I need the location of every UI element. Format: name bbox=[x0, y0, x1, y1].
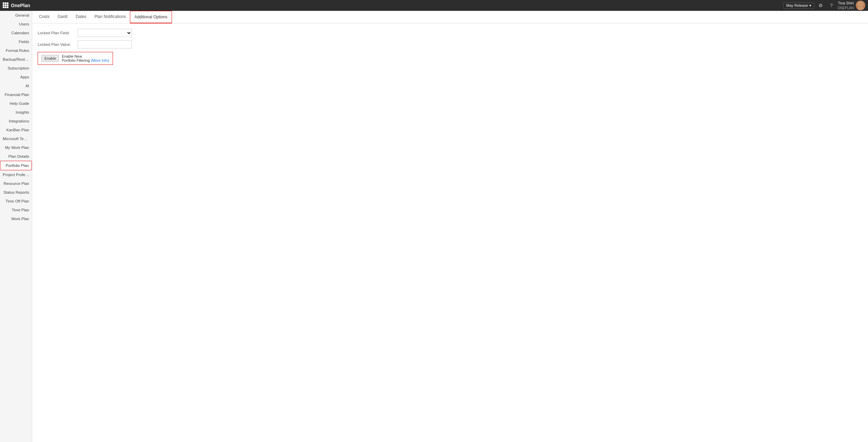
enable-text: Enable New Portfolio Filtering (More Inf… bbox=[62, 54, 109, 62]
sidebar-item-format-rules[interactable]: Format Rules bbox=[0, 46, 32, 55]
sidebar-item-users[interactable]: Users bbox=[0, 20, 32, 28]
sidebar-item-integrations[interactable]: Integrations bbox=[0, 117, 32, 126]
tab-bar: Costs Gantt Dates Plan Notifications Add… bbox=[32, 11, 868, 23]
sidebar-item-kanban-plan[interactable]: KanBan Plan bbox=[0, 126, 32, 134]
release-label: May Release bbox=[786, 3, 808, 7]
sidebar-item-time-plan[interactable]: Time Plan bbox=[0, 206, 32, 214]
topbar: OnePlan May Release ▾ ⚙ ? Tina Shirt ONE… bbox=[0, 0, 868, 11]
sidebar-item-status-reports[interactable]: Status Reports bbox=[0, 188, 32, 197]
content: Costs Gantt Dates Plan Notifications Add… bbox=[32, 11, 868, 442]
locked-plan-field-label: Locked Plan Field: bbox=[38, 31, 75, 35]
enable-new-text: Enable New bbox=[62, 54, 82, 58]
sidebar-item-resource-plan[interactable]: Resource Plan bbox=[0, 179, 32, 188]
avatar bbox=[856, 1, 865, 10]
sidebar-item-help-guide[interactable]: Help Guide bbox=[0, 99, 32, 108]
more-info-link[interactable]: (More Info) bbox=[91, 58, 109, 62]
help-button[interactable]: ? bbox=[827, 1, 836, 10]
dropdown-icon: ▾ bbox=[809, 3, 811, 8]
sidebar-item-calendars[interactable]: Calendars bbox=[0, 28, 32, 37]
sidebar-item-plan-details[interactable]: Plan Details bbox=[0, 152, 32, 161]
sidebar-item-insights[interactable]: Insights bbox=[0, 108, 32, 117]
form-content: Locked Plan Field: Locked Plan Value: En… bbox=[32, 23, 868, 442]
tab-additional-options[interactable]: Additional Options bbox=[130, 11, 172, 23]
locked-plan-field-select[interactable] bbox=[78, 29, 132, 37]
settings-icon: ⚙ bbox=[818, 3, 823, 8]
sidebar-item-fields[interactable]: Fields bbox=[0, 37, 32, 46]
sidebar-item-apps[interactable]: Apps bbox=[0, 73, 32, 81]
sidebar-item-my-work-plan[interactable]: My Work Plan bbox=[0, 143, 32, 152]
release-button[interactable]: May Release ▾ bbox=[783, 2, 814, 9]
main-layout: General Users Calendars Fields Format Ru… bbox=[0, 11, 868, 442]
topbar-right: May Release ▾ ⚙ ? Tina Shirt ONEPLAN bbox=[783, 1, 865, 10]
locked-plan-value-input[interactable] bbox=[78, 40, 132, 49]
sidebar-item-work-plan[interactable]: Work Plan bbox=[0, 214, 32, 223]
enable-portfolio-filtering-row: Enable Enable New Portfolio Filtering (M… bbox=[38, 52, 863, 65]
user-info: Tina Shirt ONEPLAN bbox=[837, 1, 865, 10]
app-name: OnePlan bbox=[11, 3, 30, 8]
enable-button[interactable]: Enable bbox=[41, 55, 59, 62]
sidebar-item-microsoft-teams[interactable]: Microsoft Teams bbox=[0, 134, 32, 143]
user-name: Tina Shirt bbox=[837, 1, 854, 5]
portfolio-filtering-text: Portfolio Filtering bbox=[62, 58, 90, 62]
tab-costs[interactable]: Costs bbox=[35, 11, 54, 23]
enable-portfolio-filtering-box: Enable Enable New Portfolio Filtering (M… bbox=[38, 52, 113, 65]
grid-icon bbox=[3, 2, 9, 8]
sidebar: General Users Calendars Fields Format Ru… bbox=[0, 11, 32, 442]
sidebar-item-financial-plan[interactable]: Financial Plan bbox=[0, 90, 32, 99]
topbar-left: OnePlan bbox=[3, 2, 30, 8]
sidebar-item-time-off-plan[interactable]: Time Off Plan bbox=[0, 197, 32, 206]
tab-plan-notifications[interactable]: Plan Notifications bbox=[90, 11, 130, 23]
tab-dates[interactable]: Dates bbox=[72, 11, 90, 23]
sidebar-item-project-professi[interactable]: Project Professi... bbox=[0, 170, 32, 179]
sidebar-item-backup-restore[interactable]: Backup/Restore bbox=[0, 55, 32, 64]
sidebar-item-general[interactable]: General bbox=[0, 11, 32, 20]
locked-plan-value-row: Locked Plan Value: bbox=[38, 40, 863, 49]
sidebar-item-portfolio-plan[interactable]: Portfolio Plan bbox=[0, 161, 32, 170]
locked-plan-field-row: Locked Plan Field: bbox=[38, 29, 863, 37]
sidebar-item-subscription[interactable]: Subscription bbox=[0, 64, 32, 73]
help-icon: ? bbox=[830, 3, 833, 8]
app-logo: OnePlan bbox=[3, 2, 30, 8]
sidebar-item-ai[interactable]: AI bbox=[0, 81, 32, 90]
settings-button[interactable]: ⚙ bbox=[816, 1, 825, 10]
tab-gantt[interactable]: Gantt bbox=[54, 11, 72, 23]
user-org: ONEPLAN bbox=[837, 6, 854, 10]
locked-plan-value-label: Locked Plan Value: bbox=[38, 42, 75, 46]
